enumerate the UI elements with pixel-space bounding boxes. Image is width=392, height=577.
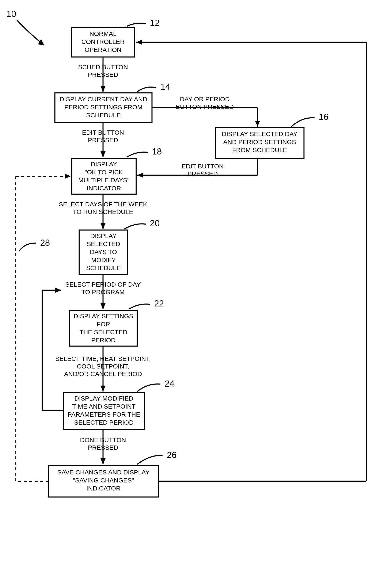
box20-line3: DAYS TO [90,248,117,255]
flowchart-root: 10 NORMAL CONTROLLER OPERATION 12 SCHED … [0,0,392,577]
edge18-20-line2: TO RUN SCHEDULE [73,208,133,215]
edge24-26-line1: DONE BUTTON [80,436,126,443]
svg-marker-14 [101,303,106,309]
box24-line4: SELECTED PERIOD [74,419,134,426]
ref-12: 12 [150,18,160,28]
svg-marker-4 [101,151,106,157]
svg-marker-10 [137,173,143,178]
box20-line2: SELECTED [87,240,120,247]
edge20-22-line1: SELECT PERIOD OF DAY [65,281,141,288]
box18-line2: "OK TO PICK [85,169,123,176]
edge20-22-line2: TO PROGRAM [81,288,125,295]
box14-line3: SCHEDULE [86,112,121,119]
box22-line4: PERIOD [91,337,115,344]
edge14-16-line2: BUTTON PRESSED [176,103,234,110]
ref-14: 14 [160,82,170,92]
svg-marker-16 [101,386,106,392]
edge22-24-line3: AND/OR CANCEL PERIOD [64,370,142,377]
box24-line1: DISPLAY MODIFIED [74,395,133,402]
edge22-24-line1: SELECT TIME, HEAT SETPOINT, [55,355,151,362]
box14-line1: DISPLAY CURRENT DAY AND [60,96,147,103]
box14-line2: PERIOD SETTINGS FROM [64,104,143,110]
box20-line4: MODIFY [91,256,116,263]
edge16-18-line1: EDIT BUTTON [182,163,224,170]
svg-marker-12 [101,223,106,229]
edge16-18-line2: PRESSED [187,170,218,177]
svg-marker-18 [101,458,106,464]
svg-marker-7 [255,121,260,127]
svg-marker-26 [55,288,61,293]
ref-20: 20 [150,218,160,228]
box22-line3: THE SELECTED [80,329,128,336]
box26-line3: INDICATOR [86,485,121,492]
edge22-24-line2: COOL SETPOINT, [77,363,129,370]
box18-line4: INDICATOR [87,185,121,192]
svg-marker-30 [65,174,71,179]
svg-marker-22 [136,40,142,45]
edge14-18-line1: EDIT BUTTON [82,129,124,136]
svg-marker-2 [101,86,106,92]
edge24-26-line2: PRESSED [88,444,118,451]
ref-16: 16 [319,112,329,122]
ref-root: 10 [6,9,16,19]
edge18-20-line1: SELECT DAYS OF THE WEEK [59,201,147,208]
edge12-14-line1: SCHED BUTTON [78,64,128,71]
box24-line2: TIME AND SETPOINT [72,403,136,410]
svg-marker-0 [38,39,44,45]
box12-line3: OPERATION [85,46,121,53]
edge14-18-line2: PRESSED [88,137,118,144]
box12-line1: NORMAL [90,30,116,37]
box26-line1: SAVE CHANGES AND DISPLAY [57,469,149,476]
box18-line1: DISPLAY [91,161,117,168]
box20-line5: SCHEDULE [86,264,121,271]
box16-line1: DISPLAY SELECTED DAY [222,130,297,137]
box22-line1: DISPLAY SETTINGS [74,313,133,320]
ref-18: 18 [152,146,162,156]
ref-26: 26 [167,450,177,460]
box24-line3: PARAMETERS FOR THE [68,411,140,418]
box12-line2: CONTROLLER [81,38,125,45]
box16-line2: AND PERIOD SETTINGS [223,139,296,145]
box26-line2: "SAVING CHANGES" [73,477,134,484]
box22-line2: FOR [97,321,110,327]
edge14-16-line1: DAY OR PERIOD [180,96,230,103]
ref-24: 24 [165,379,175,389]
box16-line3: FROM SCHEDULE [232,146,287,153]
edge12-14-line2: PRESSED [88,71,118,78]
box18-line3: MULTIPLE DAYS" [78,177,130,184]
ref-22: 22 [154,298,164,308]
box20-line1: DISPLAY [90,232,117,239]
ref-28: 28 [40,238,50,248]
